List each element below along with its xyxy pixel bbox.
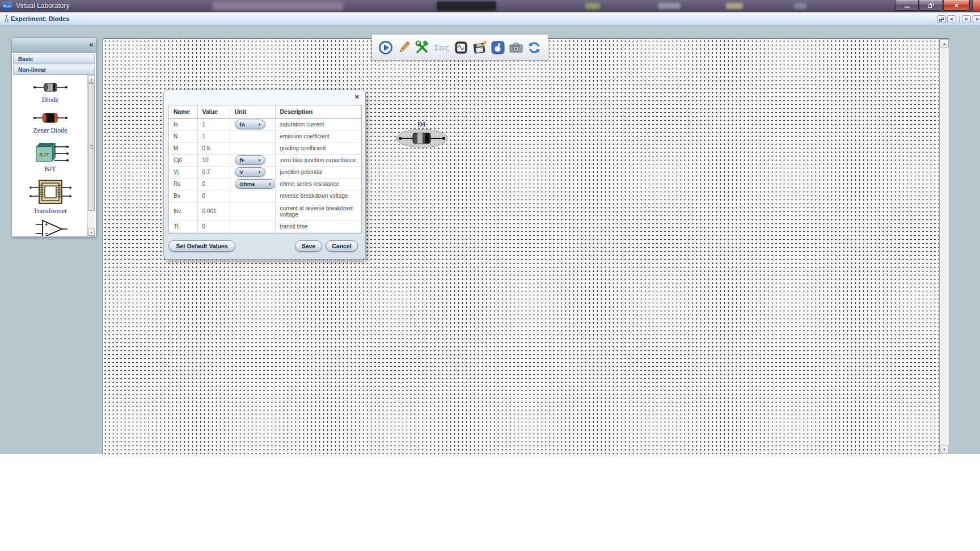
close-icon: × [950,17,953,22]
partial-close-button-background-window [972,0,980,11]
param-value-field[interactable]: 0 [197,190,230,202]
param-description: emission coefficient [275,130,361,142]
palette-scrollbar[interactable]: ▲ ▼ [87,75,95,236]
palette-item-label: BJT [44,165,56,173]
unit-select[interactable]: fA▼ [235,120,265,129]
param-description: saturation current [275,118,361,130]
param-name: Is [169,118,197,130]
palette-item-diode[interactable]: Diode [13,79,87,104]
snapshot-button[interactable] [508,39,524,56]
minimize-button[interactable] [895,0,919,11]
param-value-field[interactable]: 0.5 [197,142,230,154]
experiment-bar: Experiment: Diodes × × × [0,12,980,26]
collapse-panel-button[interactable]: « [89,40,92,49]
mdi-close-button[interactable]: × [947,15,956,23]
minimize-icon [904,6,910,8]
column-header-value: Value [197,105,230,118]
restore-icon [939,18,944,22]
component-palette: « Basic Non-linear Diode Zener Diode [11,37,96,237]
pointer-hand-icon [490,40,506,56]
background-blur-artifact [585,3,600,9]
scroll-down-button[interactable]: ▼ [940,445,949,454]
param-row-m: M 0.5 grading coefficient [169,142,361,154]
canvas-vertical-scrollbar[interactable]: ▲ ▼ [939,39,949,454]
param-value-field[interactable]: 1 [197,130,230,142]
param-name: Bv [169,190,197,202]
restore-icon [928,3,934,8]
restore-button[interactable] [919,0,943,11]
edit-button[interactable] [395,39,412,56]
unit-select-value: fF [240,157,245,163]
param-value-field[interactable]: 10 [197,154,230,166]
arrow-up-icon: ▲ [943,42,946,45]
divider [959,15,960,23]
background-blur-artifact [213,2,343,10]
unit-select[interactable]: Ohms▼ [235,179,276,189]
palette-item-label: Zener Diode [33,126,67,134]
mdi-close-button-3[interactable]: × [973,15,980,23]
chevron-down-icon: ▼ [258,123,261,126]
mdi-restore-button[interactable] [937,15,946,23]
param-value-field[interactable]: 0.001 [197,202,230,221]
run-button[interactable] [377,39,394,56]
refresh-button[interactable] [526,39,543,56]
formula-button[interactable]: Σσς [432,39,451,56]
camera-icon [508,40,524,56]
param-value-field[interactable]: 1 [197,118,230,130]
param-row-n: N 1 emission coefficient [169,130,361,142]
param-description: reverse breakdown voltage [275,190,361,202]
param-name: Vj [169,166,197,178]
param-value-field[interactable]: 0 [197,178,230,190]
pointer-button[interactable] [489,39,506,56]
save-button[interactable]: Save [295,240,322,252]
mdi-close-button-2[interactable]: × [962,15,971,23]
simulation-toolbar: Σσς [371,34,548,61]
placed-component-d1[interactable]: D1 [396,120,448,150]
palette-item-zener-diode[interactable]: Zener Diode [13,109,87,134]
zener-diode-icon [32,109,69,126]
palette-item-bjt[interactable]: BJT BJT [13,140,87,173]
scrollbar-thumb[interactable] [88,83,95,211]
param-row-rs: Rs 0 Ohms▼ ohmic series resistance [169,178,361,190]
close-button[interactable]: × [943,0,970,11]
scroll-up-button[interactable]: ▲ [940,39,949,48]
param-value-field[interactable]: 0.7 [197,166,230,178]
component-label: D1 [417,120,426,129]
close-icon: × [965,17,968,22]
tools-button[interactable] [414,39,430,56]
tools-icon [414,40,430,56]
save-button[interactable] [471,39,488,56]
param-row-ibv: Ibv 0.001 current at reverse breakdown v… [169,202,361,221]
palette-section-non-linear[interactable]: Non-linear [13,65,95,75]
scroll-down-button[interactable]: ▼ [88,228,95,236]
dialog-close-button[interactable]: × [354,92,359,101]
save-icon [472,40,488,56]
param-row-cj0: Cj0 10 fF▼ zero bias junction capacitanc… [169,154,361,166]
param-row-is: Is 1 fA▼ saturation current [169,118,361,130]
set-default-values-button[interactable]: Set Default Values [168,240,235,252]
param-name: Ibv [169,202,197,221]
column-header-name: Name [169,105,197,118]
oscilloscope-icon [453,40,469,56]
scroll-up-button[interactable]: ▲ [88,75,95,83]
svg-text:BJT: BJT [39,152,49,158]
chevron-down-icon: ▼ [258,159,261,162]
arrow-down-icon: ▼ [943,448,946,451]
palette-item-opamp[interactable] [13,218,87,236]
oscilloscope-button[interactable] [453,39,470,56]
unit-select[interactable]: V▼ [235,167,265,177]
palette-item-transformer[interactable]: Transformer [13,177,87,215]
palette-section-basic[interactable]: Basic [13,54,95,64]
app-logo-icon: VLab [2,2,12,10]
param-value-field[interactable]: 0 [197,221,230,232]
unit-select[interactable]: fF▼ [235,155,265,165]
chevron-down-icon: ▼ [258,171,261,174]
param-description: junction potential [275,166,361,178]
cancel-button[interactable]: Cancel [326,240,358,252]
diode-parameters-dialog: × Name Value Unit Description Is 1 fA▼ s… [163,90,366,260]
param-name: Rs [169,178,197,190]
chevron-down-icon: ▼ [268,183,272,186]
column-header-description: Description [275,105,361,118]
param-name: M [169,142,197,154]
play-icon [378,40,394,56]
